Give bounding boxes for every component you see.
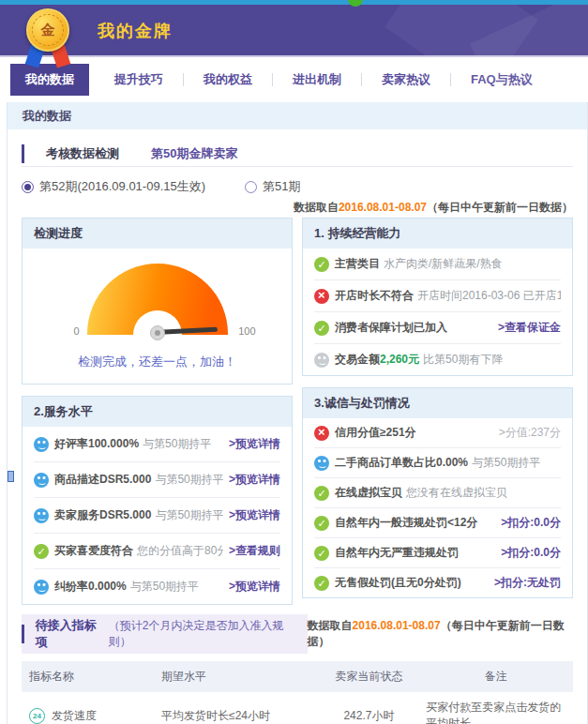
metric-desc: 水产肉类/新鲜蔬果/熟食	[384, 256, 503, 272]
metric-label: 卖家服务DSR5.000	[54, 507, 151, 523]
col-current-status: 卖家当前状态	[320, 661, 419, 692]
browser-top-strip	[0, 0, 588, 5]
preview-detail-link[interactable]: >预览详情	[223, 436, 280, 452]
metric-desc: 您没有在线虚拟宝贝	[406, 485, 507, 501]
source-date: 2016.08.01-08.07	[339, 201, 427, 214]
panel-title: 1. 持续经营能力	[303, 219, 572, 249]
check-icon	[314, 516, 329, 531]
metric-row: 卖家服务DSR5.000 与第50期持平 >预览详情	[34, 498, 280, 534]
metric-row: 消费者保障计划已加入 >查看保证金	[314, 312, 561, 344]
metric-desc: 比第50期有下降	[423, 352, 503, 368]
section-title: 我的数据	[8, 102, 587, 129]
progress-gauge: 0 100	[87, 264, 228, 344]
data-source-note: 数据取自2016.08.01-08.07（每日中午更新前一日数据）	[22, 200, 573, 214]
gauge-body: 0 100 检测完成，还差一点，加油！	[23, 249, 292, 384]
accent-bar	[22, 625, 24, 643]
tab-my-benefits[interactable]: 我的权益	[184, 71, 272, 88]
metric-label: 无售假处罚(且无0分处罚)	[335, 575, 461, 591]
gold-medal-icon: 金	[24, 8, 71, 82]
metric-label: 自然年内一般违规处罚<12分	[335, 515, 477, 531]
col-expected-level: 期望水平	[154, 661, 319, 692]
medal-char: 金	[41, 22, 55, 39]
score-value: >分值:237分	[493, 425, 561, 441]
deduction-link[interactable]: >扣分:无处罚	[489, 575, 561, 591]
radio-label: 第52期(2016.09.01-09.15生效)	[39, 178, 205, 195]
sub-tabbar: 考核数据检测 第50期金牌卖家	[22, 141, 573, 167]
data-source-note: 数据取自2016.08.01-08.07（每日中午更新前一日数据）	[308, 618, 573, 650]
pending-indicators-table: 指标名称 期望水平 卖家当前状态 备注 24 发货速度 平均发货时长≤24小时 …	[22, 661, 573, 724]
metric-label: 主营类目	[335, 256, 380, 272]
neutral-face-icon	[314, 353, 329, 368]
left-column: 检测进度 0 100 检测完成，还差一点，加油！	[22, 218, 293, 605]
deduction-link[interactable]: >扣分:0.0分	[495, 515, 561, 531]
metric-desc: 与第50期持平	[143, 436, 211, 452]
content-area: 考核数据检测 第50期金牌卖家 第52期(2016.09.01-09.15生效)…	[8, 129, 587, 724]
smile-icon	[34, 580, 49, 595]
view-rules-link[interactable]: >查看规则	[223, 543, 280, 559]
metric-label: 纠纷率0.000%	[54, 579, 127, 595]
source-prefix: 数据取自	[308, 619, 353, 632]
cross-icon	[314, 426, 329, 441]
preview-detail-link[interactable]: >预览详情	[223, 472, 280, 488]
page-title: 我的金牌	[98, 20, 173, 42]
col-indicator-name: 指标名称	[22, 661, 154, 692]
metric-row: 买家喜爱度符合 您的分值高于80分 >查看规则	[34, 534, 280, 569]
col-remark: 备注	[418, 661, 573, 692]
pending-title-wrap: 待接入指标项 （预计2个月内决定是否加入准入规则）	[22, 614, 308, 654]
check-icon	[314, 576, 329, 591]
panel-title: 2.服务水平	[23, 397, 292, 427]
metric-row: 商品描述DSR5.000 与第50期持平 >预览详情	[34, 462, 280, 498]
period-selector: 第52期(2016.09.01-09.15生效) 第51期	[22, 178, 573, 195]
gauge-caption: 检测完成，还差一点，加油！	[78, 354, 236, 370]
metric-label: 信用分值≥251分	[335, 425, 416, 441]
smile-icon	[314, 456, 329, 471]
preview-detail-link[interactable]: >预览详情	[223, 579, 280, 595]
subtab-assessment-check[interactable]: 考核数据检测	[37, 145, 128, 162]
tab-improve-skills[interactable]: 提升技巧	[95, 71, 183, 88]
panel-title: 3.诚信与处罚情况	[303, 388, 572, 418]
metric-row: 信用分值≥251分 >分值:237分	[314, 418, 561, 448]
subtab-period50-sellers[interactable]: 第50期金牌卖家	[142, 145, 247, 162]
metric-row: 自然年内无严重违规处罚 >扣分:0.0分	[314, 538, 561, 568]
deduction-link[interactable]: >扣分:0.0分	[495, 545, 561, 561]
metric-label: 开店时长不符合	[335, 288, 414, 304]
radio-selected-icon[interactable]	[22, 181, 34, 193]
metric-desc: 与第50期持平	[130, 579, 199, 595]
table-row: 24 发货速度 平均发货时长≤24小时 242.7小时 买家付款至卖家点击发货的…	[22, 692, 573, 724]
metric-label: 二手商品订单数占比0.00%	[335, 455, 468, 471]
right-column: 1. 持续经营能力 主营类目 水产肉类/新鲜蔬果/熟食 开店时长不符合 开店时间…	[302, 218, 573, 605]
metric-row: 好评率100.000% 与第50期持平 >预览详情	[34, 427, 280, 462]
metric-label: 商品描述DSR5.000	[54, 472, 151, 488]
metric-desc: 您的分值高于80分	[137, 543, 223, 559]
panel-integrity-penalty: 3.诚信与处罚情况 信用分值≥251分 >分值:237分 二手商品订单数占比0.…	[302, 387, 573, 598]
source-prefix: 数据取自	[294, 201, 339, 214]
metric-label: 买家喜爱度符合	[54, 543, 133, 559]
metric-row: 交易金额 2,260元 比第50期有下降	[314, 344, 561, 375]
metric-row: 主营类目 水产肉类/新鲜蔬果/熟食	[314, 249, 561, 280]
check-icon	[314, 546, 329, 561]
metric-row: 在线虚拟宝贝 您没有在线虚拟宝贝	[314, 478, 561, 508]
page-banner: 金 我的金牌	[0, 5, 588, 57]
panels-grid: 检测进度 0 100 检测完成，还差一点，加油！	[22, 218, 573, 605]
pending-subtitle: （预计2个月内决定是否加入准入规则）	[109, 618, 296, 650]
panel-title: 检测进度	[23, 219, 292, 249]
metric-row: 自然年内一般违规处罚<12分 >扣分:0.0分	[314, 508, 561, 538]
radio-period-52[interactable]: 第52期(2016.09.01-09.15生效)	[22, 178, 205, 195]
preview-detail-link[interactable]: >预览详情	[223, 507, 280, 523]
panel-progress: 检测进度 0 100 检测完成，还差一点，加油！	[22, 218, 293, 385]
metric-desc: 与第50期持平	[472, 455, 540, 471]
radio-period-51[interactable]: 第51期	[245, 178, 300, 195]
clock-24h-icon: 24	[29, 708, 45, 724]
side-feedback-handle[interactable]	[8, 471, 14, 482]
metric-row: 纠纷率0.000% 与第50期持平 >预览详情	[34, 569, 280, 604]
metric-desc: 与第50期持平	[155, 472, 223, 488]
tab-entry-exit[interactable]: 进出机制	[273, 71, 361, 88]
smile-icon	[34, 473, 49, 488]
pending-title: 待接入指标项	[36, 617, 105, 651]
radio-label: 第51期	[263, 178, 300, 195]
view-deposit-link[interactable]: >查看保证金	[492, 320, 561, 336]
metric-row: 无售假处罚(且无0分处罚) >扣分:无处罚	[314, 568, 561, 597]
tab-seller-discussion[interactable]: 卖家热议	[362, 71, 450, 88]
radio-unselected-icon[interactable]	[245, 181, 257, 193]
check-icon	[314, 321, 329, 336]
